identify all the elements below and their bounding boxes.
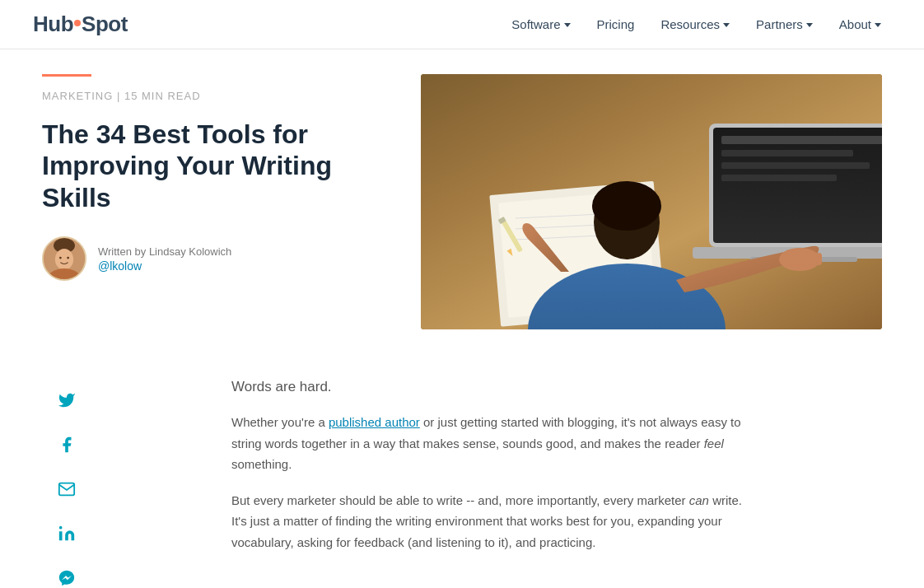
article-title: The 34 Best Tools for Improving Your Wri… — [42, 119, 388, 213]
svg-rect-32 — [59, 531, 63, 540]
body-para-1: Whether you're a published author or jus… — [231, 412, 742, 475]
top-section: MARKETING | 15 MIN READ The 34 Best Tool… — [42, 49, 882, 346]
svg-rect-30 — [807, 250, 814, 265]
chevron-down-icon — [875, 23, 881, 27]
nav-item-pricing[interactable]: Pricing — [587, 11, 645, 38]
svg-rect-18 — [721, 175, 837, 181]
facebook-share-button[interactable] — [54, 432, 80, 458]
body-section: Words are hard. Whether you're a publish… — [42, 346, 882, 588]
svg-point-33 — [59, 526, 63, 530]
chevron-down-icon — [723, 23, 730, 27]
body-intro: Words are hard. — [231, 379, 742, 395]
article-image — [421, 74, 882, 329]
svg-rect-14 — [713, 128, 882, 243]
main-nav: HubSpot Software Pricing Resources Partn… — [0, 0, 924, 49]
messenger-share-button[interactable] — [54, 565, 80, 588]
orange-underline — [42, 74, 91, 77]
svg-rect-17 — [721, 162, 870, 169]
social-sidebar — [42, 379, 91, 588]
author-wrap: Written by Lindsay Kolowich @lkolow — [42, 236, 388, 281]
svg-rect-15 — [721, 136, 882, 144]
article-body: Words are hard. Whether you're a publish… — [231, 379, 742, 588]
chevron-down-icon — [806, 23, 813, 27]
linkedin-share-button[interactable] — [54, 520, 80, 547]
email-share-button[interactable] — [54, 476, 80, 502]
article-category: MARKETING | 15 MIN READ — [42, 90, 388, 102]
twitter-share-button[interactable] — [54, 387, 80, 413]
nav-item-partners[interactable]: Partners — [746, 11, 823, 38]
logo-dot — [74, 20, 81, 26]
author-info: Written by Lindsay Kolowich @lkolow — [98, 245, 231, 273]
hero-image — [421, 74, 882, 329]
svg-rect-28 — [787, 251, 794, 266]
svg-point-2 — [55, 249, 73, 270]
author-name: Written by Lindsay Kolowich — [98, 245, 231, 258]
logo[interactable]: HubSpot — [33, 12, 128, 37]
avatar — [42, 236, 86, 281]
svg-point-4 — [59, 257, 62, 259]
svg-rect-16 — [721, 150, 853, 156]
svg-point-5 — [67, 257, 69, 259]
published-author-link[interactable]: published author — [329, 415, 420, 429]
nav-links: Software Pricing Resources Partners Abou… — [502, 11, 891, 38]
svg-rect-31 — [816, 253, 822, 265]
nav-item-about[interactable]: About — [829, 11, 891, 38]
content-wrapper: MARKETING | 15 MIN READ The 34 Best Tool… — [9, 49, 915, 588]
nav-item-resources[interactable]: Resources — [651, 11, 740, 38]
chevron-down-icon — [564, 23, 571, 27]
svg-point-23 — [592, 181, 661, 231]
author-handle[interactable]: @lkolow — [98, 259, 231, 273]
body-para-2: But every marketer should be able to wri… — [231, 490, 742, 553]
nav-item-software[interactable]: Software — [502, 11, 580, 38]
svg-rect-29 — [797, 249, 804, 265]
article-meta: MARKETING | 15 MIN READ The 34 Best Tool… — [42, 74, 388, 281]
